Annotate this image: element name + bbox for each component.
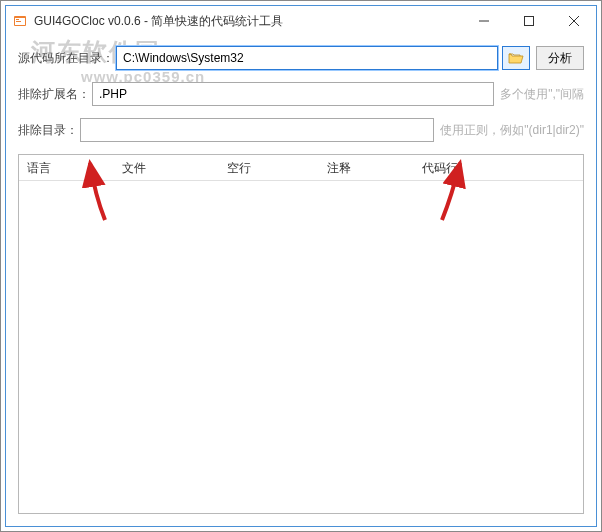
exclude-ext-input[interactable] [92,82,494,106]
svg-rect-3 [16,21,21,22]
col-comment[interactable]: 注释 [319,155,414,180]
source-dir-input-wrap [116,46,498,70]
minimize-button[interactable] [461,6,506,36]
col-files[interactable]: 文件 [114,155,219,180]
source-dir-input[interactable] [116,46,498,70]
folder-open-icon [508,51,524,65]
window-controls [461,6,596,36]
col-blank[interactable]: 空行 [219,155,319,180]
app-window: GUI4GOCloc v0.0.6 - 简单快速的代码统计工具 河东软件园 ww… [5,5,597,527]
exclude-ext-row: 排除扩展名： 多个使用","间隔 [18,82,584,106]
form-area: 源代码所在目录： 分析 排除扩展名： 多个使用","间隔 排除目录： 使用正则，… [6,36,596,154]
svg-rect-5 [524,17,533,26]
source-dir-row: 源代码所在目录： 分析 [18,46,584,70]
window-title: GUI4GOCloc v0.0.6 - 简单快速的代码统计工具 [34,13,461,30]
exclude-ext-label: 排除扩展名： [18,86,90,103]
exclude-ext-input-wrap [92,82,494,106]
svg-rect-2 [16,19,19,20]
exclude-dir-label: 排除目录： [18,122,78,139]
col-language[interactable]: 语言 [19,155,114,180]
exclude-ext-hint: 多个使用","间隔 [500,86,584,103]
exclude-dir-input-wrap [80,118,434,142]
col-code[interactable]: 代码行 [414,155,509,180]
browse-button[interactable] [502,46,530,70]
app-icon [12,13,28,29]
table-body [19,181,583,513]
analyze-button[interactable]: 分析 [536,46,584,70]
source-dir-label: 源代码所在目录： [18,50,114,67]
exclude-dir-row: 排除目录： 使用正则，例如"(dir1|dir2)" [18,118,584,142]
titlebar: GUI4GOCloc v0.0.6 - 简单快速的代码统计工具 [6,6,596,36]
maximize-button[interactable] [506,6,551,36]
close-button[interactable] [551,6,596,36]
table-header: 语言 文件 空行 注释 代码行 [19,155,583,181]
exclude-dir-hint: 使用正则，例如"(dir1|dir2)" [440,122,584,139]
exclude-dir-input[interactable] [80,118,434,142]
results-table: 语言 文件 空行 注释 代码行 [18,154,584,514]
